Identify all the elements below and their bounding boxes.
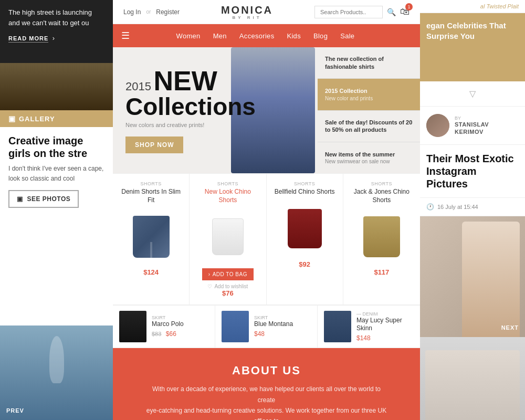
topbar-left: Log In or Register [123, 8, 180, 16]
product-2-category: Shorts [196, 181, 259, 186]
jeans-thumb [324, 311, 351, 342]
bellfield-shorts-image [288, 209, 322, 248]
cart-wrapper: 🛍 1 [400, 6, 410, 17]
product-sm-2-info: Skirt Blue Montana $48 [254, 315, 293, 338]
shop-topbar: Log In or Register MONICA BY RIT 🔍 🛍 1 [113, 0, 420, 24]
jack-jones-shorts-image [363, 216, 400, 257]
login-link[interactable]: Log In [123, 8, 141, 16]
left-bottom-image: PREV [0, 326, 113, 420]
author-info: by STANISLAVKERIMOV [455, 116, 489, 136]
left-read-more-btn[interactable]: READ MORE [8, 35, 48, 43]
products-grid: Shorts Denim Shorts In Slim Fit $124 Sho… [113, 173, 420, 305]
product-2-name: New Look Chino Shorts [196, 188, 259, 204]
products-row2: Skirt Marco Polo $83 $66 Skirt Blue Mont… [113, 305, 420, 348]
hero-panel-1: The new collection of fashionable shirts [318, 47, 420, 79]
product-3-image [273, 203, 337, 255]
product-4-category: Shorts [350, 181, 414, 186]
right-chevron-area: ▽ [420, 81, 525, 107]
twisted-plait-label: al Twisted Plait [420, 0, 525, 13]
about-title: ABOUT US [123, 364, 410, 377]
gallery-icon: ▣ [8, 114, 16, 123]
panel3-title: Sale of the day! Discounts of 20 to 50% … [325, 119, 413, 134]
hero-panel-2: 2015 Collection New color and prints [318, 79, 420, 110]
product-1-image [119, 211, 183, 263]
topbar-right: 🔍 🛍 1 [314, 6, 410, 18]
chevron-down-icon: ▽ [469, 89, 476, 99]
left-food-image [0, 63, 113, 110]
nav-men[interactable]: Men [213, 32, 227, 40]
product-sm-1-price: $83 $66 [152, 329, 184, 338]
product-2-price: $76 [196, 289, 259, 297]
nav-blog[interactable]: Blog [313, 32, 328, 40]
nav-sale[interactable]: Sale [340, 32, 354, 40]
left-gallery-label: ▣ GALLERY [0, 110, 113, 127]
products-section: Shorts Denim Shorts In Slim Fit $124 Sho… [113, 173, 420, 348]
product-sm-3-name: May Lucy Super Skinn [356, 317, 414, 333]
product-3-price: $92 [273, 260, 337, 268]
right-author-section: by STANISLAVKERIMOV [420, 107, 525, 145]
left-top-text: The high street is launching and we can'… [8, 7, 104, 28]
product-4-price: $117 [350, 268, 414, 276]
right-woman-photo: NEXT [420, 216, 525, 337]
product-card-3: Shorts Bellfield Chino Shorts $92 [267, 174, 343, 305]
product-sm-3-price: $148 [356, 333, 414, 342]
left-panel: The high street is launching and we can'… [0, 0, 113, 326]
product-4-image [350, 211, 414, 263]
about-section: ABOUT US With over a decade of experienc… [113, 348, 420, 420]
product-1-price: $124 [119, 268, 183, 276]
cart-badge: 1 [405, 3, 413, 10]
main-shop: Log In or Register MONICA BY RIT 🔍 🛍 1 ☰… [113, 0, 420, 420]
woman-figure [462, 222, 520, 337]
hero-subtitle: New colors and creative prints! [125, 122, 256, 128]
hamburger-icon[interactable]: ☰ [121, 30, 130, 41]
blue-skirt-thumb [222, 311, 249, 342]
hero-left: 2015 NEW Collections New colors and crea… [125, 67, 256, 153]
product-card-sm-2: Skirt Blue Montana $48 [215, 306, 318, 348]
register-link[interactable]: Register [156, 8, 180, 16]
product-sm-2-thumb [222, 311, 249, 342]
nav-links: Women Men Accesories Kids Blog Sale [176, 32, 355, 40]
search-input[interactable] [314, 6, 383, 18]
vegan-title: egan Celebrities That Surprise You [426, 20, 519, 41]
chino-shorts-image [212, 218, 244, 255]
shop-logo: MONICA BY RIT [221, 4, 273, 20]
add-to-bag-button[interactable]: › Add to Bag [202, 268, 254, 280]
shop-now-button[interactable]: SHOP NOW [125, 136, 183, 153]
product-sm-1-name: Marco Polo [152, 320, 184, 329]
product-card-sm-1: Skirt Marco Polo $83 $66 [113, 306, 215, 348]
panel2-sub: New color and prints [325, 95, 373, 102]
bag-icon: › [208, 271, 211, 277]
hero-new-label: NEW [153, 66, 217, 96]
see-photos-button[interactable]: ▣ SEE PHOTOS [8, 190, 79, 208]
panel1-title: The new collection of fashionable shirts [325, 55, 413, 70]
product-3-name: Bellfield Chino Shorts [273, 188, 337, 196]
panel4-title: New items of the summer [325, 151, 395, 158]
right-panel: al Twisted Plait egan Celebrities That S… [420, 0, 525, 420]
hero-panel-3: Sale of the day! Discounts of 20 to 50% … [318, 111, 420, 142]
panel2-title: 2015 Collection [325, 87, 373, 94]
product-2-image [196, 211, 259, 263]
photos-icon: ▣ [17, 195, 23, 203]
separator: or [146, 9, 151, 15]
clock-icon: 🕐 [426, 203, 434, 211]
product-sm-3-category: — Denim [356, 311, 414, 317]
prev-button[interactable]: PREV [6, 407, 24, 414]
nav-accessories[interactable]: Accesories [239, 32, 275, 40]
right-article-title: Their Most Exotic Instagram Pictures [420, 145, 525, 198]
left-article-body: I don't think I've ever seen a cape, loo… [8, 164, 104, 184]
nav-kids[interactable]: Kids [287, 32, 301, 40]
next-button[interactable]: NEXT [501, 324, 519, 331]
hero-panel-4: New items of the summer New swimwear on … [318, 142, 420, 173]
black-skirt-thumb [119, 311, 146, 342]
product-sm-3-info: — Denim May Lucy Super Skinn $148 [356, 311, 414, 342]
heart-icon: ♡ [207, 284, 212, 289]
add-to-wishlist-btn[interactable]: ♡ Add to wishlist [196, 284, 259, 289]
search-button[interactable]: 🔍 [387, 8, 396, 16]
left-article-section: Creative image girls on the stre I don't… [0, 127, 113, 215]
hero-collections: Collections [125, 94, 256, 119]
yoga-figure [49, 336, 64, 383]
product-card-sm-3: — Denim May Lucy Super Skinn $148 [318, 306, 420, 348]
shop-nav: ☰ Women Men Accesories Kids Blog Sale [113, 24, 420, 47]
nav-women[interactable]: Women [176, 32, 201, 40]
product-card-4: Shorts Jack & Jones Chino Shorts $117 [343, 174, 420, 305]
